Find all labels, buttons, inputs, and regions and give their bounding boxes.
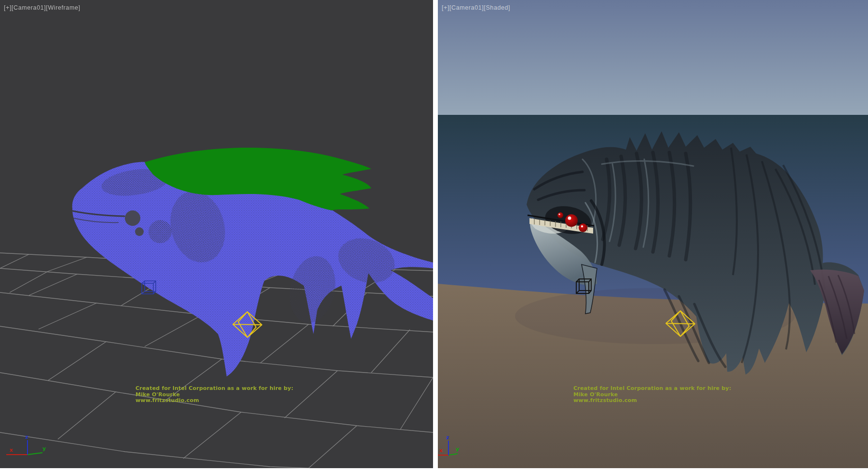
viewport-shaded[interactable]: Created for Intel Corporation as a work …	[438, 0, 868, 468]
axis-x-label: x	[439, 447, 443, 454]
watermark-line-1: Created for Intel Corporation as a work …	[136, 385, 293, 391]
watermark-line-3: www.fritzstudio.com	[136, 397, 199, 403]
axis-y-label: y	[42, 445, 46, 452]
viewport-label-wireframe[interactable]: [+][Camera01][Wireframe]	[4, 4, 81, 11]
axis-z-label: z	[446, 434, 449, 441]
viewport-wireframe[interactable]: Created for Intel Corporation as a work …	[0, 0, 433, 468]
watermark-line-3: www.fritzstudio.com	[573, 397, 637, 403]
sky	[438, 0, 868, 115]
watermark-line-1: Created for Intel Corporation as a work …	[573, 385, 731, 391]
eye-highlight	[568, 217, 571, 220]
viewport-label-shaded[interactable]: [+][Camera01][Shaded]	[442, 4, 510, 11]
axis-z-label: z	[25, 434, 28, 440]
viewport-wireframe-canvas[interactable]: Created for Intel Corporation as a work …	[0, 0, 433, 468]
eye-highlight	[581, 225, 583, 227]
eye-highlight	[558, 213, 560, 215]
axis-y-label: y	[456, 446, 459, 452]
viewport-shaded-canvas[interactable]: Created for Intel Corporation as a work …	[438, 0, 868, 468]
fish-eye-sphere-stippled	[149, 220, 172, 243]
axis-x-label: x	[10, 447, 13, 453]
